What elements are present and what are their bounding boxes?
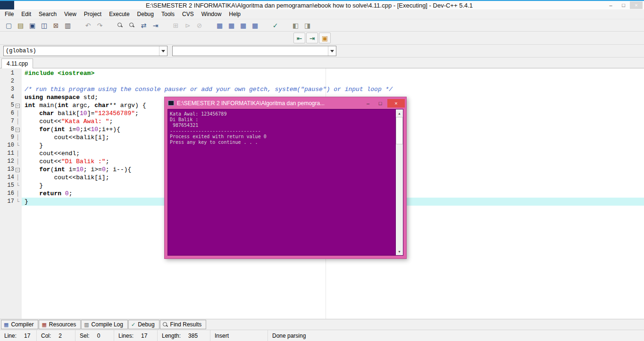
icon-glyph: ✓ [131, 322, 135, 328]
console-titlebar: E:\SEMESTER 2 INFORMATIKA\Algoritma dan … [165, 97, 406, 109]
menu-debug[interactable]: Debug [134, 9, 158, 19]
console-output-line: Kata Awal: 123456789 [170, 111, 393, 117]
menu-edit[interactable]: Edit [17, 9, 35, 19]
scroll-thumb[interactable] [396, 117, 403, 144]
titlebar: E:\SEMESTER 2 INFORMATIKA\Algoritma dan … [0, 1, 644, 9]
console-close-button[interactable]: × [387, 99, 405, 108]
menu-cvs[interactable]: CVS [178, 9, 198, 19]
icon-glyph: ▦ [4, 322, 8, 328]
fold-collapse-icon[interactable]: − [16, 128, 20, 132]
print-icon[interactable]: ▥ [62, 20, 74, 31]
tab-find-results[interactable]: Find Results [160, 320, 207, 329]
maximize-button[interactable]: □ [617, 1, 630, 9]
chevron-down-icon[interactable] [328, 46, 336, 56]
menu-view[interactable]: View [60, 9, 80, 19]
save-all-icon[interactable]: ◫ [38, 20, 50, 31]
icon-glyph: ⊞ [173, 22, 179, 29]
menu-tools[interactable]: Tools [158, 9, 178, 19]
console-output-text: Kata Awal: 123456789Di Balik : 987654321… [170, 111, 393, 254]
icon-glyph: ▣ [29, 22, 35, 29]
close-file-icon[interactable]: ⊠ [50, 20, 62, 31]
members-dropdown[interactable] [172, 46, 336, 56]
icon-glyph: ▣ [322, 34, 328, 42]
rebuild-icon[interactable]: ▦ [214, 20, 226, 31]
fold-marker: │ [14, 174, 21, 182]
chevron-down-icon[interactable] [159, 46, 167, 56]
menu-project[interactable]: Project [80, 9, 105, 19]
menu-execute[interactable]: Execute [105, 9, 133, 19]
toolbar-group: ⊞⊳⊘ [170, 20, 205, 31]
minimize-button[interactable]: – [604, 1, 617, 9]
redo-icon[interactable]: ↷ [94, 20, 106, 31]
fold-marker[interactable]: − [14, 166, 21, 174]
new-file-icon[interactable]: ▢ [3, 20, 15, 31]
profile-icon[interactable]: ▦ [237, 20, 249, 31]
fold-marker: └ [14, 198, 21, 206]
profiling-log-icon[interactable]: ▦ [249, 20, 261, 31]
globals-dropdown[interactable]: (globals) [3, 46, 167, 56]
tab-compiler[interactable]: ▦Compiler [1, 320, 38, 329]
toolbar-group: ▦▦▦▦ [214, 20, 261, 31]
debug-icon[interactable]: ▦ [226, 20, 237, 31]
editor-line-1[interactable]: 1#include <iostream> [0, 69, 644, 77]
gutter: 1 [0, 69, 22, 77]
line-number: 6 [0, 109, 14, 117]
magnifier-icon [117, 23, 123, 28]
editor-tab[interactable]: 4.11.cpp [1, 58, 33, 68]
goto-next-window-icon[interactable]: ⇥ [306, 33, 318, 43]
open-file-icon[interactable]: ▤ [15, 20, 26, 31]
console-window[interactable]: E:\SEMESTER 2 INFORMATIKA\Algoritma dan … [164, 97, 407, 259]
status-value: 17 [24, 333, 30, 339]
fold-marker[interactable]: − [14, 101, 21, 109]
tab-resources[interactable]: ▦Resources [39, 320, 81, 329]
console-maximize-button[interactable]: □ [374, 99, 386, 108]
icon-glyph: ▥ [65, 22, 71, 29]
code-text: #include <iostream> [22, 69, 644, 77]
console-output: Kata Awal: 123456789Di Balik : 987654321… [167, 109, 403, 256]
tab-debug[interactable]: ✓Debug [128, 320, 159, 329]
find-icon[interactable] [114, 20, 126, 31]
icon-glyph: ◧ [293, 22, 299, 29]
close-button[interactable]: × [630, 1, 643, 9]
scroll-down-icon[interactable]: ▼ [396, 248, 403, 255]
menu-help[interactable]: Help [225, 9, 244, 19]
gutter: 6│ [0, 109, 22, 117]
console-minimize-button[interactable]: – [362, 99, 374, 108]
gutter: 12│ [0, 158, 22, 166]
fold-marker: └ [14, 182, 21, 190]
menu-search[interactable]: Search [35, 9, 60, 19]
debug-check-icon: ✓ [131, 322, 135, 328]
tab-compile-log[interactable]: ▥Compile Log [81, 320, 128, 329]
fold-marker[interactable]: − [14, 125, 21, 133]
menu-file[interactable]: File [1, 9, 17, 19]
fold-collapse-icon[interactable]: − [16, 104, 20, 108]
icon-glyph: ▢ [6, 22, 12, 29]
full-screen-icon[interactable]: ▣ [319, 33, 331, 43]
fold-collapse-icon[interactable]: − [16, 168, 20, 172]
status-label: Line: [4, 333, 17, 339]
icon-glyph: ↷ [97, 22, 103, 29]
goto-prev-window-icon[interactable]: ⇤ [293, 33, 305, 43]
replace-icon[interactable]: ⇄ [138, 20, 150, 31]
fold-spacer [14, 85, 21, 93]
package-manager-icon[interactable]: ◧ [290, 20, 301, 31]
run-icon: ⊳ [182, 20, 193, 31]
status-value: 0 [97, 333, 100, 339]
goto-line-icon[interactable]: ⇥ [150, 20, 161, 31]
save-icon[interactable]: ▣ [26, 20, 38, 31]
undo-icon[interactable]: ↶ [82, 20, 94, 31]
line-number: 12 [0, 158, 14, 166]
gutter: 13− [0, 166, 22, 174]
fold-marker: │ [14, 109, 21, 117]
editor-line-3[interactable]: 3/* run this program using the console p… [0, 85, 644, 93]
status-label: Done parsing [272, 333, 306, 339]
status-value: 2 [59, 333, 62, 339]
menu-window[interactable]: Window [198, 9, 226, 19]
console-scrollbar[interactable]: ▲ ▼ [395, 109, 403, 255]
console-output-line: Process exited with return value 0 [170, 134, 393, 140]
scroll-up-icon[interactable]: ▲ [396, 109, 403, 117]
package-install-icon[interactable]: ◨ [301, 20, 313, 31]
syntax-check-icon[interactable]: ✓ [269, 20, 281, 31]
find-in-files-icon[interactable] [126, 20, 138, 31]
editor-line-2[interactable]: 2 [0, 77, 644, 85]
